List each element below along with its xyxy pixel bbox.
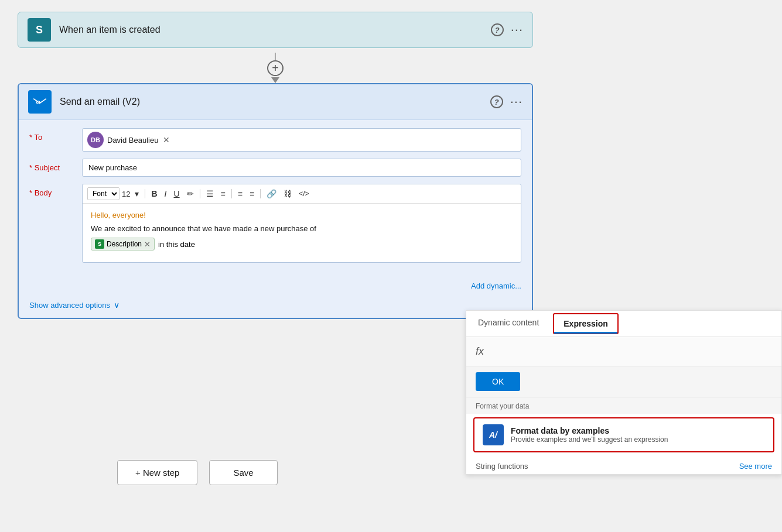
font-size-dropdown[interactable]: ▾ <box>132 188 141 200</box>
add-dynamic-link[interactable]: Add dynamic... <box>471 282 521 290</box>
inline-text: in this date <box>158 240 195 249</box>
advanced-options[interactable]: Show advanced options ∨ <box>19 296 532 318</box>
see-more-link[interactable]: See more <box>739 462 772 471</box>
email-card-header: O Send an email (V2) ? ··· <box>19 84 532 120</box>
email-more-options-button[interactable]: ··· <box>510 94 523 109</box>
more-options-button[interactable]: ··· <box>511 22 523 37</box>
subject-input-wrap: New purchase <box>82 159 521 177</box>
sep1 <box>145 189 145 198</box>
add-step-button[interactable]: + <box>267 60 284 76</box>
align-left-button[interactable]: ≡ <box>235 188 245 200</box>
subject-row: Subject New purchase <box>29 159 521 177</box>
ok-area: OK <box>466 366 781 397</box>
format-icon: A/ <box>483 424 504 445</box>
panel-tabs: Dynamic content Expression <box>466 311 781 337</box>
numbered-list-button[interactable]: ≡ <box>218 188 228 200</box>
avatar: DB <box>87 132 104 148</box>
connector-line-top <box>275 53 276 60</box>
toolbar: Font 12 ▾ B I U ✏ ☰ ≡ <box>83 184 521 204</box>
body-input-wrap: Font 12 ▾ B I U ✏ ☰ ≡ <box>82 184 521 263</box>
underline-button[interactable]: U <box>171 188 182 200</box>
email-card-title: Send an email (V2) <box>60 97 490 107</box>
body-greeting: Hello, everyone! <box>91 211 513 219</box>
format-card[interactable]: A/ Format data by examples Provide examp… <box>473 417 774 452</box>
format-card-description: Provide examples and we'll suggest an ex… <box>511 435 668 444</box>
email-card: O Send an email (V2) ? ··· To DB David B… <box>18 83 533 319</box>
chip-remove-button[interactable]: ✕ <box>144 240 151 249</box>
new-step-button[interactable]: + New step <box>117 460 197 485</box>
save-button[interactable]: Save <box>209 460 277 485</box>
right-panel: Dynamic content Expression fx OK Format … <box>466 310 782 475</box>
subject-input[interactable]: New purchase <box>82 159 521 177</box>
font-size-display: 12 <box>122 190 130 198</box>
flow-area: S When an item is created ? ··· + O Send… <box>0 0 527 532</box>
expression-input[interactable] <box>491 347 772 356</box>
tab-expression[interactable]: Expression <box>553 313 618 334</box>
sep4 <box>260 189 261 198</box>
format-icon-text: A/ <box>489 430 497 440</box>
editor-content[interactable]: Hello, everyone! We are excited to annou… <box>83 204 521 262</box>
sep3 <box>231 189 232 198</box>
highlight-button[interactable]: ✏ <box>185 188 196 200</box>
chip-close-button[interactable]: ✕ <box>163 135 170 145</box>
bullet-list-button[interactable]: ☰ <box>204 188 216 200</box>
connector-arrow <box>271 77 279 83</box>
align-center-button[interactable]: ≡ <box>247 188 257 200</box>
ok-button[interactable]: OK <box>476 372 520 391</box>
outlook-icon: O <box>28 90 52 114</box>
fx-icon: fx <box>476 345 484 358</box>
format-section-label: Format your data <box>466 397 781 414</box>
help-icon[interactable]: ? <box>491 23 504 36</box>
to-label: To <box>29 128 82 142</box>
chip-label: Description <box>107 240 142 248</box>
to-field[interactable]: DB David Beaulieu ✕ <box>82 128 521 152</box>
body-editor[interactable]: Font 12 ▾ B I U ✏ ☰ ≡ <box>82 184 521 263</box>
chip-name: David Beaulieu <box>107 136 158 145</box>
string-functions-label: String functions <box>476 462 528 471</box>
add-dynamic-area: Add dynamic... <box>19 278 532 296</box>
svg-text:O: O <box>36 99 41 105</box>
connector: + <box>18 48 533 83</box>
trigger-icon: S <box>28 18 51 42</box>
format-info: Format data by examples Provide examples… <box>511 426 668 444</box>
outlook-svg: O <box>32 94 47 109</box>
expression-area: fx <box>466 337 781 366</box>
body-inline-row: S Description ✕ in this date <box>91 238 513 250</box>
email-header-actions: ? ··· <box>490 94 523 109</box>
trigger-title: When an item is created <box>59 25 491 35</box>
font-select[interactable]: Font <box>87 187 119 200</box>
chevron-down-icon: ∨ <box>114 300 119 310</box>
bold-button[interactable]: B <box>149 188 159 200</box>
string-functions-row: String functions See more <box>466 456 781 474</box>
unlink-button[interactable]: ⛓ <box>281 188 294 200</box>
advanced-options-label: Show advanced options <box>29 301 110 310</box>
sp-chip-icon: S <box>95 239 104 249</box>
description-chip: S Description ✕ <box>91 238 155 250</box>
subject-label: Subject <box>29 159 82 172</box>
to-row: To DB David Beaulieu ✕ <box>29 128 521 152</box>
sep2 <box>200 189 200 198</box>
link-button[interactable]: 🔗 <box>264 188 279 200</box>
body-row: Body Font 12 ▾ B I U ✏ <box>29 184 521 263</box>
body-label: Body <box>29 184 82 197</box>
to-input-wrap: DB David Beaulieu ✕ <box>82 128 521 152</box>
body-line2: We are excited to announce that we have … <box>91 224 513 233</box>
tab-dynamic-content[interactable]: Dynamic content <box>466 311 551 337</box>
italic-button[interactable]: I <box>162 188 169 200</box>
form-body: To DB David Beaulieu ✕ Subject New purch… <box>19 120 532 278</box>
format-card-title: Format data by examples <box>511 426 668 435</box>
email-help-icon[interactable]: ? <box>490 95 503 108</box>
trigger-actions: ? ··· <box>491 22 523 37</box>
bottom-actions: + New step Save <box>117 460 278 485</box>
trigger-card: S When an item is created ? ··· <box>18 12 533 48</box>
code-button[interactable]: </> <box>296 188 311 199</box>
sharepoint-icon: S <box>36 24 43 36</box>
